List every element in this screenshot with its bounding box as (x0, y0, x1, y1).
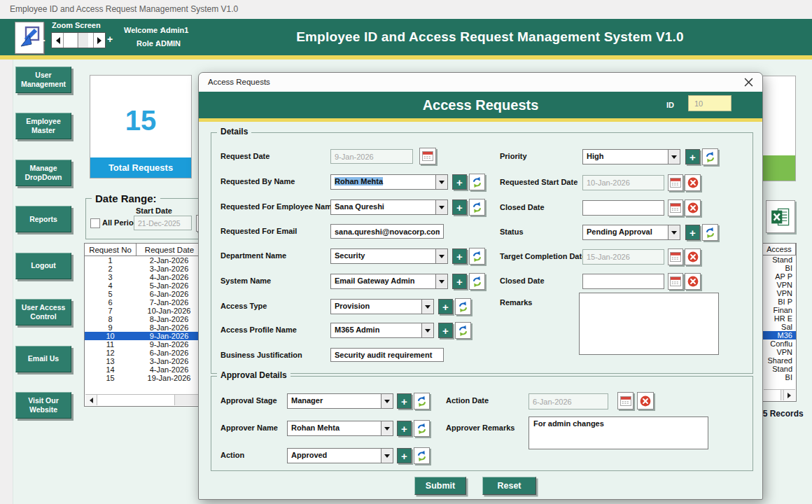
access-type-combo[interactable]: Provision (330, 299, 434, 314)
list-item[interactable]: Shared (763, 356, 796, 365)
table-row[interactable]: 119-Jan-2026 (85, 340, 202, 349)
table-row[interactable]: 88-Jan-2026 (85, 315, 202, 323)
zoom-minus-button[interactable]: - (42, 34, 46, 46)
approval-stage-refresh-button[interactable] (414, 393, 430, 410)
department-combo[interactable]: Security (330, 248, 448, 264)
zoom-slider-left-arrow[interactable] (52, 33, 64, 48)
request-date-input[interactable] (330, 149, 413, 164)
list-item[interactable]: Sal (763, 323, 796, 331)
closed-date2-calendar-button[interactable] (668, 273, 683, 290)
requests-hscrollbar[interactable] (85, 394, 202, 405)
dropdown-arrow-icon[interactable] (435, 274, 447, 288)
table-row[interactable]: 109-Jan-2026 (85, 332, 202, 340)
dropdown-arrow-icon[interactable] (381, 421, 393, 435)
req-start-date-clear-button[interactable] (685, 174, 701, 191)
list-item[interactable]: BI (763, 264, 796, 272)
zoom-slider-track[interactable] (78, 33, 88, 48)
list-item[interactable]: Finan (763, 306, 796, 314)
closed-date1-clear-button[interactable] (685, 200, 701, 216)
action-date-input[interactable] (528, 393, 608, 410)
list-item[interactable]: AP P (763, 272, 796, 281)
list-item[interactable]: Conflu (763, 340, 796, 348)
status-add-button[interactable]: + (685, 225, 700, 240)
submit-button[interactable]: Submit (414, 477, 466, 495)
sidebar-button-manage-dropdown[interactable]: Manage DropDown (15, 160, 71, 186)
closed-date1-input[interactable] (582, 200, 664, 216)
dropdown-arrow-icon[interactable] (421, 300, 433, 314)
list-item[interactable]: HR E (763, 314, 796, 323)
access-profile-combo[interactable]: M365 Admin (330, 323, 434, 338)
remarks-textarea[interactable] (579, 293, 719, 355)
all-period-checkbox[interactable] (90, 218, 100, 228)
sidebar-button-email-us[interactable]: Email Us (15, 346, 71, 372)
sidebar-button-user-management[interactable]: User Management (15, 66, 71, 93)
access-hscroll-right-arrow[interactable] (783, 390, 795, 400)
system-name-add-button[interactable]: + (452, 274, 467, 289)
app-logo[interactable] (15, 22, 44, 54)
list-item[interactable]: Stand (763, 365, 796, 373)
requested-for-add-button[interactable]: + (452, 200, 467, 215)
list-item[interactable]: VPN (763, 348, 796, 356)
list-item[interactable]: BI (763, 373, 796, 382)
table-row[interactable]: 12-Jan-2026 (85, 256, 202, 265)
dropdown-arrow-icon[interactable] (421, 323, 433, 337)
access-type-refresh-button[interactable] (455, 298, 471, 315)
zoom-plus-button[interactable]: + (107, 34, 113, 45)
hscroll-left-arrow[interactable] (85, 395, 97, 405)
justification-input[interactable] (330, 348, 444, 362)
dropdown-arrow-icon[interactable] (668, 150, 680, 164)
list-item[interactable]: Stand (763, 255, 796, 264)
table-row[interactable]: 126-Jan-2026 (85, 349, 202, 357)
closed-date2-input[interactable] (582, 274, 664, 289)
table-row[interactable]: 67-Jan-2026 (85, 298, 202, 307)
list-item[interactable]: BI P (763, 298, 796, 306)
request-date-calendar-button[interactable] (419, 148, 436, 164)
action-refresh-button[interactable] (414, 447, 430, 464)
action-date-calendar-button[interactable] (617, 392, 634, 410)
hscroll-thumb[interactable] (97, 395, 175, 405)
table-row[interactable]: 23-Jan-2026 (85, 265, 202, 273)
dropdown-arrow-icon[interactable] (381, 394, 393, 408)
dialog-close-button[interactable] (740, 74, 757, 90)
requested-by-add-button[interactable]: + (452, 174, 467, 190)
list-item[interactable]: VPN (763, 281, 796, 289)
dropdown-arrow-icon[interactable] (435, 175, 447, 189)
table-row[interactable]: 34-Jan-2026 (85, 273, 202, 281)
approver-name-combo[interactable]: Rohan Mehta (287, 421, 393, 436)
requested-for-combo[interactable]: Sana Qureshi (330, 200, 448, 215)
sidebar-button-user-access-control[interactable]: User Access Control (15, 299, 71, 326)
table-row[interactable]: 1519-Jan-2026 (85, 374, 202, 382)
dropdown-arrow-icon[interactable] (668, 225, 680, 239)
target-date-clear-button[interactable] (685, 248, 701, 265)
export-excel-button[interactable] (766, 200, 795, 233)
closed-date2-clear-button[interactable] (685, 273, 701, 290)
approver-name-add-button[interactable]: + (397, 421, 412, 436)
target-date-input[interactable] (582, 249, 664, 265)
requested-by-combo[interactable]: Rohan Mehta (330, 174, 448, 190)
id-input[interactable] (688, 95, 732, 111)
status-combo[interactable]: Pending Approval (582, 225, 680, 240)
table-row[interactable]: 56-Jan-2026 (85, 290, 202, 298)
sidebar-button-reports[interactable]: Reports (15, 206, 71, 232)
access-type-add-button[interactable]: + (438, 299, 453, 314)
system-name-combo[interactable]: Email Gateway Admin (330, 274, 448, 289)
table-row[interactable]: 98-Jan-2026 (85, 323, 202, 332)
priority-combo[interactable]: High (582, 149, 680, 164)
dropdown-arrow-icon[interactable] (435, 200, 447, 214)
closed-date1-calendar-button[interactable] (668, 200, 683, 216)
approver-name-refresh-button[interactable] (414, 420, 430, 437)
approver-remarks-textarea[interactable]: For admin changes (528, 416, 708, 449)
requested-email-input[interactable] (330, 224, 444, 239)
dropdown-arrow-icon[interactable] (435, 249, 447, 263)
approval-stage-add-button[interactable]: + (397, 393, 412, 409)
access-profile-add-button[interactable]: + (438, 323, 453, 338)
approval-stage-combo[interactable]: Manager (287, 393, 393, 409)
table-row[interactable]: 45-Jan-2026 (85, 281, 202, 290)
action-combo[interactable]: Approved (287, 448, 393, 463)
req-start-date-input[interactable] (582, 175, 664, 190)
system-name-refresh-button[interactable] (469, 273, 485, 290)
zoom-slider-right-arrow[interactable] (93, 33, 105, 48)
zoom-slider-thumb[interactable] (64, 33, 78, 48)
status-refresh-button[interactable] (702, 224, 718, 241)
dropdown-arrow-icon[interactable] (381, 449, 393, 463)
